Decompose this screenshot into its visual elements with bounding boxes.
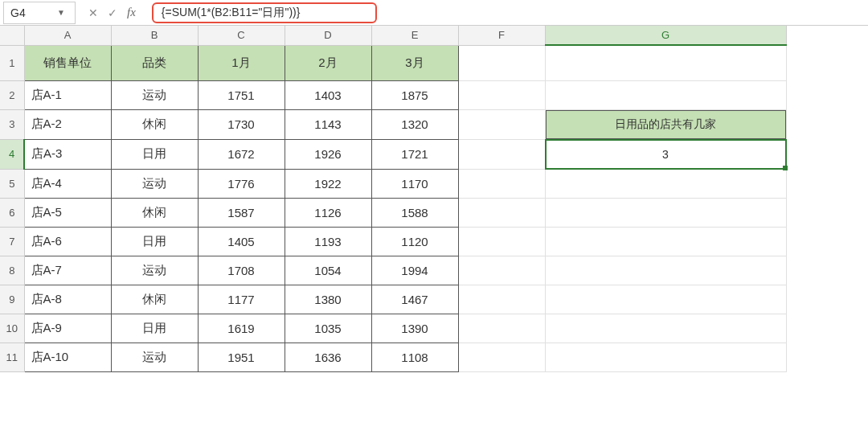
cancel-icon[interactable]: ✕ <box>88 6 98 19</box>
cell-F10[interactable] <box>458 314 545 343</box>
cell-C1[interactable]: 1月 <box>198 45 285 80</box>
cell-C7[interactable]: 1405 <box>198 227 285 256</box>
cell-G11[interactable] <box>545 343 786 371</box>
cell-B3[interactable]: 休闲 <box>111 109 198 139</box>
row-header-6[interactable]: 6 <box>0 198 24 227</box>
cell-C8[interactable]: 1708 <box>198 256 285 285</box>
cell-G10[interactable] <box>545 314 786 343</box>
cell-A7[interactable]: 店A-6 <box>24 227 111 256</box>
cell-D4[interactable]: 1926 <box>285 139 371 169</box>
cell-F8[interactable] <box>458 256 545 285</box>
cell-B10[interactable]: 日用 <box>111 314 198 343</box>
cell-D1[interactable]: 2月 <box>285 45 371 80</box>
cell-F6[interactable] <box>458 198 545 227</box>
select-all-corner[interactable] <box>0 26 24 45</box>
cell-A11[interactable]: 店A-10 <box>24 343 111 371</box>
cell-B9[interactable]: 休闲 <box>111 285 198 314</box>
cell-G2[interactable] <box>545 80 786 109</box>
cell-A5[interactable]: 店A-4 <box>24 169 111 198</box>
cell-B2[interactable]: 运动 <box>111 80 198 109</box>
cell-B11[interactable]: 运动 <box>111 343 198 371</box>
col-header-G[interactable]: G <box>545 26 786 45</box>
row-header-7[interactable]: 7 <box>0 227 24 256</box>
col-header-D[interactable]: D <box>285 26 371 45</box>
cell-F1[interactable] <box>458 45 545 80</box>
cell-B7[interactable]: 日用 <box>111 227 198 256</box>
cell-E1[interactable]: 3月 <box>371 45 458 80</box>
cell-C9[interactable]: 1177 <box>198 285 285 314</box>
name-box[interactable]: G4 ▼ <box>3 2 76 24</box>
cell-G7[interactable] <box>545 227 786 256</box>
cell-B6[interactable]: 休闲 <box>111 198 198 227</box>
col-header-B[interactable]: B <box>111 26 198 45</box>
cell-F2[interactable] <box>458 80 545 109</box>
cell-B5[interactable]: 运动 <box>111 169 198 198</box>
cell-A10[interactable]: 店A-9 <box>24 314 111 343</box>
cell-E8[interactable]: 1994 <box>371 256 458 285</box>
cell-G5[interactable] <box>545 169 786 198</box>
formula-input[interactable]: {=SUM(1*(B2:B11="日用"))} <box>152 2 377 23</box>
row-header-5[interactable]: 5 <box>0 169 24 198</box>
cell-A8[interactable]: 店A-7 <box>24 256 111 285</box>
cell-D10[interactable]: 1035 <box>285 314 371 343</box>
cell-D11[interactable]: 1636 <box>285 343 371 371</box>
cell-B8[interactable]: 运动 <box>111 256 198 285</box>
cell-F11[interactable] <box>458 343 545 371</box>
cell-C6[interactable]: 1587 <box>198 198 285 227</box>
fx-icon[interactable]: fx <box>127 6 136 19</box>
active-cell[interactable]: 3 <box>546 140 786 169</box>
cell-G8[interactable] <box>545 256 786 285</box>
row-header-1[interactable]: 1 <box>0 45 24 80</box>
cell-E11[interactable]: 1108 <box>371 343 458 371</box>
cell-B1[interactable]: 品类 <box>111 45 198 80</box>
cell-G4[interactable]: 3 <box>545 139 786 169</box>
cell-A3[interactable]: 店A-2 <box>24 109 111 139</box>
cell-A6[interactable]: 店A-5 <box>24 198 111 227</box>
cell-D2[interactable]: 1403 <box>285 80 371 109</box>
cell-A2[interactable]: 店A-1 <box>24 80 111 109</box>
cell-G6[interactable] <box>545 198 786 227</box>
fill-handle[interactable] <box>783 166 788 170</box>
cell-G9[interactable] <box>545 285 786 314</box>
col-header-F[interactable]: F <box>458 26 545 45</box>
cell-D9[interactable]: 1380 <box>285 285 371 314</box>
cell-B4[interactable]: 日用 <box>111 139 198 169</box>
row-header-4[interactable]: 4 <box>0 139 24 169</box>
cell-G1[interactable] <box>545 45 786 80</box>
row-header-9[interactable]: 9 <box>0 285 24 314</box>
cell-E4[interactable]: 1721 <box>371 139 458 169</box>
cell-F4[interactable] <box>458 139 545 169</box>
cell-A9[interactable]: 店A-8 <box>24 285 111 314</box>
cell-D7[interactable]: 1193 <box>285 227 371 256</box>
cell-D5[interactable]: 1922 <box>285 169 371 198</box>
spreadsheet-grid[interactable]: A B C D E F G 1 销售单位 品类 1月 2月 3月 2 店A-1 … <box>0 26 868 372</box>
chevron-down-icon[interactable]: ▼ <box>54 8 68 17</box>
cell-C11[interactable]: 1951 <box>198 343 285 371</box>
cell-E7[interactable]: 1120 <box>371 227 458 256</box>
cell-F5[interactable] <box>458 169 545 198</box>
cell-F7[interactable] <box>458 227 545 256</box>
cell-D6[interactable]: 1126 <box>285 198 371 227</box>
cell-G3[interactable]: 日用品的店共有几家 <box>545 109 786 139</box>
row-header-10[interactable]: 10 <box>0 314 24 343</box>
cell-A1[interactable]: 销售单位 <box>24 45 111 80</box>
cell-E5[interactable]: 1170 <box>371 169 458 198</box>
cell-C5[interactable]: 1776 <box>198 169 285 198</box>
row-header-8[interactable]: 8 <box>0 256 24 285</box>
cell-E10[interactable]: 1390 <box>371 314 458 343</box>
row-header-2[interactable]: 2 <box>0 80 24 109</box>
cell-C2[interactable]: 1751 <box>198 80 285 109</box>
col-header-E[interactable]: E <box>371 26 458 45</box>
cell-D3[interactable]: 1143 <box>285 109 371 139</box>
cell-C10[interactable]: 1619 <box>198 314 285 343</box>
cell-E3[interactable]: 1320 <box>371 109 458 139</box>
cell-E2[interactable]: 1875 <box>371 80 458 109</box>
col-header-C[interactable]: C <box>198 26 285 45</box>
row-header-11[interactable]: 11 <box>0 343 24 371</box>
cell-C3[interactable]: 1730 <box>198 109 285 139</box>
cell-E6[interactable]: 1588 <box>371 198 458 227</box>
row-header-3[interactable]: 3 <box>0 109 24 139</box>
cell-E9[interactable]: 1467 <box>371 285 458 314</box>
cell-F9[interactable] <box>458 285 545 314</box>
cell-C4[interactable]: 1672 <box>198 139 285 169</box>
